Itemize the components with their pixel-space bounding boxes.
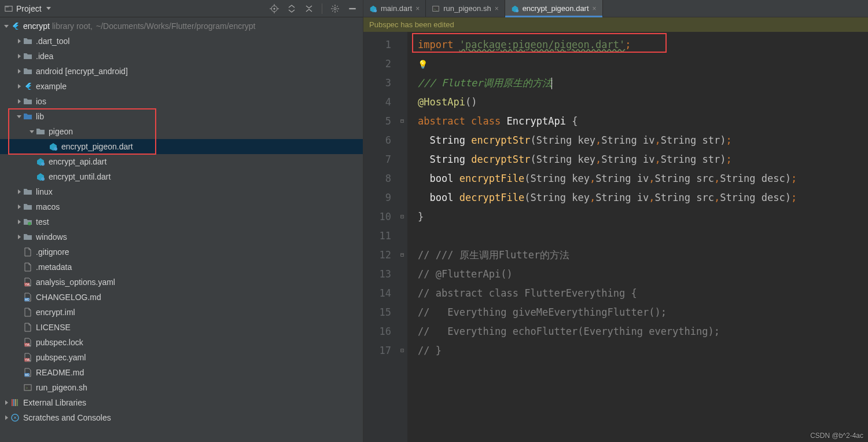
expand-all-icon[interactable]: [285, 2, 299, 16]
tree-row[interactable]: .gitignore: [0, 244, 363, 260]
project-dropdown-arrow-icon[interactable]: [46, 7, 51, 10]
expand-arrow-icon[interactable]: [15, 99, 23, 104]
code-line[interactable]: bool decryptFile(String key,String iv,St…: [418, 188, 868, 207]
expand-arrow-icon[interactable]: [15, 115, 23, 118]
tree-row[interactable]: windows: [0, 229, 363, 244]
line-number: 14: [363, 284, 399, 303]
expand-arrow-icon[interactable]: [15, 189, 23, 194]
svg-point-8: [334, 8, 336, 10]
tree-label: .dart_tool: [36, 36, 69, 46]
tree-label: android [encrypt_android]: [36, 67, 128, 76]
tree-row[interactable]: .idea: [0, 49, 363, 64]
tree-row[interactable]: encrypt_until.dart: [0, 169, 363, 184]
hide-icon[interactable]: [345, 2, 359, 16]
line-number: 11: [363, 227, 399, 246]
tree-label: analysis_options.yaml: [36, 277, 115, 287]
code-line[interactable]: [418, 227, 868, 246]
expand-arrow-icon[interactable]: [2, 25, 10, 28]
tree-row[interactable]: LICENSE: [0, 320, 363, 335]
expand-arrow-icon[interactable]: [15, 204, 23, 209]
editor-tab[interactable]: main.dart×: [363, 0, 426, 17]
tree-row[interactable]: encrypt_pigeon.dart: [0, 139, 363, 154]
code-line[interactable]: String decryptStr(String key,String iv,S…: [418, 150, 868, 169]
project-tree[interactable]: encrypt library root, ~/Documents/Works/…: [0, 17, 363, 442]
svg-rect-29: [17, 399, 18, 406]
expand-arrow-icon[interactable]: [2, 415, 10, 420]
editor-tab[interactable]: encrypt_pigeon.dart×: [505, 0, 603, 17]
tree-row[interactable]: test: [0, 214, 363, 229]
locate-icon[interactable]: [267, 2, 281, 16]
fold-marker-icon[interactable]: ⊟: [400, 251, 404, 258]
expand-arrow-icon[interactable]: [15, 84, 23, 89]
expand-arrow-icon[interactable]: [2, 400, 10, 405]
tree-row[interactable]: encrypt_api.dart: [0, 154, 363, 169]
code-line[interactable]: // abstract class FlutterEverything {: [418, 284, 868, 303]
tree-row[interactable]: macos: [0, 199, 363, 214]
notice-bar[interactable]: Pubspec has been edited: [363, 17, 868, 32]
tree-row[interactable]: MDREADME.md: [0, 365, 363, 380]
expand-arrow-icon[interactable]: [15, 54, 23, 59]
code-line[interactable]: abstract class EncryptApi {: [418, 112, 868, 131]
scratches-consoles[interactable]: Scratches and Consoles: [0, 410, 363, 425]
code-line[interactable]: // /// 原生调用Flutter的方法: [418, 246, 868, 265]
editor-tab[interactable]: >_run_pigeon.sh×: [426, 0, 505, 17]
tree-row[interactable]: MDCHANGELOG.md: [0, 290, 363, 305]
collapse-all-icon[interactable]: [302, 2, 316, 16]
tree-row[interactable]: pigeon: [0, 124, 363, 139]
tree-label: .gitignore: [36, 247, 69, 257]
close-icon[interactable]: ×: [415, 5, 420, 13]
tree-row[interactable]: YMLanalysis_options.yaml: [0, 275, 363, 290]
tree-row[interactable]: .dart_tool: [0, 34, 363, 49]
tree-row[interactable]: lib: [0, 109, 363, 124]
project-title[interactable]: Project: [16, 4, 42, 13]
sh-icon: >_: [432, 5, 440, 13]
svg-point-13: [28, 222, 31, 225]
code-line[interactable]: /// Flutter调用原生的方法: [418, 74, 868, 93]
sh-icon: >_: [23, 383, 32, 392]
fold-column[interactable]: ⊟⊡⊟⊡: [399, 32, 407, 442]
expand-arrow-icon[interactable]: [28, 130, 36, 133]
code-line[interactable]: // }: [418, 341, 868, 360]
code-line[interactable]: 💡: [418, 54, 868, 74]
code-content[interactable]: import 'package:pigeon/pigeon.dart';💡///…: [407, 32, 868, 442]
code-line[interactable]: // @FlutterApi(): [418, 265, 868, 284]
tree-label: windows: [36, 232, 67, 242]
line-number: 8: [363, 169, 399, 188]
external-libraries[interactable]: External Libraries: [0, 395, 363, 410]
close-icon[interactable]: ×: [495, 5, 499, 13]
lightbulb-icon[interactable]: 💡: [418, 55, 428, 74]
tree-row[interactable]: linux: [0, 184, 363, 199]
code-editor[interactable]: 1234567891011121314151617 ⊟⊡⊟⊡ import 'p…: [363, 32, 868, 442]
tree-row[interactable]: YMLpubspec.lock: [0, 335, 363, 350]
code-line[interactable]: bool encryptFile(String key,String iv,St…: [418, 169, 868, 188]
expand-arrow-icon[interactable]: [15, 235, 23, 239]
editor-tab-bar: main.dart×>_run_pigeon.sh×encrypt_pigeon…: [363, 0, 868, 17]
gear-icon[interactable]: [328, 2, 342, 16]
flutter-icon: [10, 21, 20, 31]
code-line[interactable]: // Everything giveMeEverythingFlutter();: [418, 303, 868, 322]
code-line[interactable]: }: [418, 207, 868, 227]
expand-arrow-icon[interactable]: [15, 39, 23, 43]
tree-row[interactable]: android [encrypt_android]: [0, 64, 363, 79]
tree-row[interactable]: encrypt.iml: [0, 305, 363, 320]
code-line[interactable]: @HostApi(): [418, 93, 868, 112]
code-line[interactable]: // Everything echoFlutter(Everything eve…: [418, 322, 868, 341]
expand-arrow-icon[interactable]: [15, 69, 23, 74]
code-line[interactable]: import 'package:pigeon/pigeon.dart';: [418, 35, 868, 54]
tree-suffix: library root,: [52, 21, 93, 31]
close-icon[interactable]: ×: [593, 5, 597, 13]
tree-row[interactable]: example: [0, 79, 363, 94]
fold-marker-icon[interactable]: ⊟: [400, 118, 404, 124]
tree-row[interactable]: ios: [0, 94, 363, 109]
svg-text:MD: MD: [25, 298, 30, 301]
svg-point-11: [41, 162, 45, 166]
tree-row[interactable]: YMLpubspec.yaml: [0, 350, 363, 365]
fold-marker-icon[interactable]: ⊡: [400, 347, 404, 353]
tree-row[interactable]: >_run_pigeon.sh: [0, 380, 363, 395]
code-line[interactable]: String encryptStr(String key,String iv,S…: [418, 131, 868, 150]
tree-row[interactable]: .metadata: [0, 260, 363, 275]
expand-arrow-icon[interactable]: [15, 220, 23, 224]
fold-marker-icon[interactable]: ⊡: [400, 213, 404, 220]
tree-root[interactable]: encrypt library root, ~/Documents/Works/…: [0, 19, 363, 34]
library-icon: [10, 398, 20, 407]
